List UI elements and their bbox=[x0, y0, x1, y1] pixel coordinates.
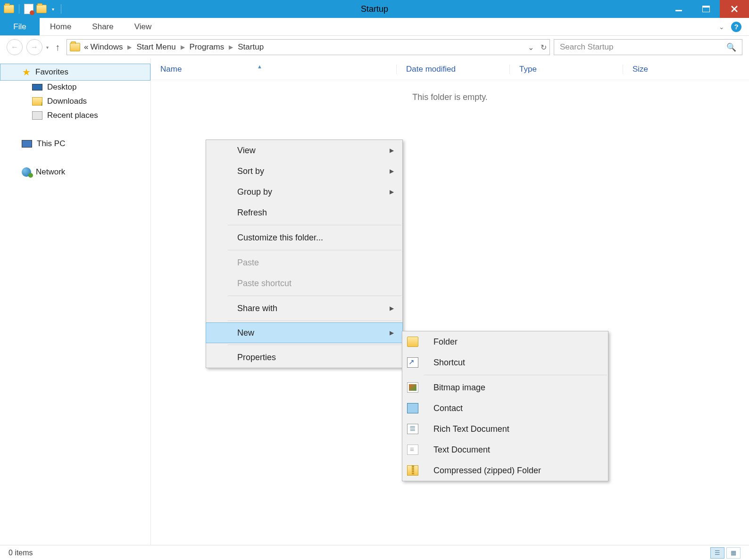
separator bbox=[19, 4, 19, 14]
breadcrumb-part[interactable]: Start Menu bbox=[135, 42, 176, 52]
view-thumbnails-button[interactable]: ▦ bbox=[726, 547, 741, 559]
breadcrumb-part[interactable]: Windows bbox=[89, 42, 124, 52]
menu-item[interactable]: Share with▶ bbox=[206, 298, 402, 319]
network-icon bbox=[22, 167, 31, 177]
menu-separator bbox=[228, 225, 401, 225]
sidebar-item-network[interactable]: Network bbox=[0, 165, 150, 179]
address-dropdown-icon[interactable]: ⌄ bbox=[528, 43, 534, 52]
menu-item[interactable]: Contact bbox=[402, 398, 608, 419]
address-folder-icon bbox=[70, 43, 80, 51]
forward-button[interactable]: → bbox=[26, 39, 42, 55]
column-headers: Name ▲ Date modified Type Size bbox=[151, 58, 749, 80]
column-date[interactable]: Date modified bbox=[396, 65, 509, 74]
tab-share[interactable]: Share bbox=[82, 18, 124, 35]
menu-item-label: Share with bbox=[237, 304, 277, 313]
column-name[interactable]: Name ▲ bbox=[151, 65, 396, 74]
menu-item[interactable]: View▶ bbox=[206, 140, 402, 161]
downloads-icon bbox=[32, 97, 42, 106]
submenu-arrow-icon: ▶ bbox=[390, 305, 394, 312]
menu-item[interactable]: Rich Text Document bbox=[402, 419, 608, 439]
close-button[interactable] bbox=[720, 0, 749, 18]
menu-item-label: Folder bbox=[433, 337, 458, 347]
recent-icon bbox=[32, 111, 42, 120]
menu-separator bbox=[228, 321, 401, 321]
chevron-right-icon[interactable]: ▶ bbox=[177, 44, 189, 50]
minimize-button[interactable] bbox=[665, 0, 692, 18]
menu-item-label: Text Document bbox=[433, 445, 490, 455]
menu-item-label: Bitmap image bbox=[433, 383, 485, 393]
sidebar-label: Favorites bbox=[35, 67, 68, 77]
search-placeholder: Search Startup bbox=[560, 42, 613, 52]
svg-rect-2 bbox=[702, 6, 710, 8]
menu-item-label: Refresh bbox=[237, 208, 267, 218]
submenu-arrow-icon: ▶ bbox=[390, 189, 394, 195]
menu-item-label: Compressed (zipped) Folder bbox=[433, 466, 541, 476]
menu-item[interactable]: Bitmap image bbox=[402, 377, 608, 398]
qat-dropdown-icon[interactable]: ▾ bbox=[50, 7, 56, 12]
up-button[interactable]: ↑ bbox=[52, 42, 63, 53]
view-details-button[interactable]: ☰ bbox=[710, 547, 724, 559]
menu-item-label: View bbox=[237, 146, 256, 156]
menu-item[interactable]: Group by▶ bbox=[206, 181, 402, 202]
menu-item[interactable]: Properties bbox=[206, 347, 402, 368]
ribbon-expand-icon[interactable]: ⌄ bbox=[719, 23, 724, 31]
address-bar[interactable]: « Windows ▶ Start Menu ▶ Programs ▶ Star… bbox=[67, 39, 550, 55]
menu-separator bbox=[228, 250, 401, 250]
sidebar-label: Downloads bbox=[47, 97, 87, 106]
zip-icon bbox=[407, 465, 418, 476]
window-title: Startup bbox=[361, 4, 388, 14]
svg-rect-0 bbox=[675, 10, 682, 11]
menu-item[interactable]: New▶ bbox=[206, 322, 403, 343]
menu-item[interactable]: Customize this folder... bbox=[206, 227, 402, 248]
tab-view[interactable]: View bbox=[124, 18, 162, 35]
menu-item[interactable]: Sort by▶ bbox=[206, 161, 402, 181]
navigation-row: ← → ▾ ↑ « Windows ▶ Start Menu ▶ Program… bbox=[0, 36, 749, 58]
menu-item-label: Customize this folder... bbox=[237, 233, 323, 243]
rtf-icon bbox=[407, 424, 418, 434]
sidebar-label: Desktop bbox=[47, 82, 76, 92]
sidebar-label: Recent places bbox=[47, 111, 98, 120]
menu-separator bbox=[228, 345, 401, 345]
breadcrumb-part[interactable]: Startup bbox=[237, 42, 265, 52]
sidebar-item-desktop[interactable]: Desktop bbox=[0, 80, 150, 94]
breadcrumb-overflow[interactable]: « bbox=[83, 42, 89, 52]
qat-newfolder-icon[interactable] bbox=[36, 5, 47, 13]
new-submenu: FolderShortcutBitmap imageContactRich Te… bbox=[402, 331, 608, 481]
menu-item[interactable]: Compressed (zipped) Folder bbox=[402, 460, 608, 481]
qat-properties-icon[interactable] bbox=[24, 4, 33, 14]
refresh-icon[interactable]: ↻ bbox=[541, 43, 547, 52]
menu-separator bbox=[228, 296, 401, 296]
menu-item[interactable]: Refresh bbox=[206, 202, 402, 223]
column-type[interactable]: Type bbox=[509, 65, 623, 74]
menu-item-label: Shortcut bbox=[433, 358, 465, 368]
maximize-button[interactable] bbox=[692, 0, 720, 18]
menu-item[interactable]: Folder bbox=[402, 331, 608, 352]
sidebar-item-thispc[interactable]: This PC bbox=[0, 137, 150, 151]
chevron-right-icon[interactable]: ▶ bbox=[124, 44, 135, 50]
breadcrumb-part[interactable]: Programs bbox=[189, 42, 225, 52]
sidebar-item-recent[interactable]: Recent places bbox=[0, 108, 150, 123]
chevron-right-icon[interactable]: ▶ bbox=[225, 44, 237, 50]
column-size[interactable]: Size bbox=[623, 65, 693, 74]
menu-item-label: New bbox=[237, 328, 254, 338]
sidebar-item-downloads[interactable]: Downloads bbox=[0, 94, 150, 108]
search-box[interactable]: Search Startup 🔍 bbox=[554, 39, 742, 55]
title-bar: ▾ Startup bbox=[0, 0, 749, 18]
menu-item[interactable]: Text Document bbox=[402, 439, 608, 460]
history-dropdown-icon[interactable]: ▾ bbox=[46, 45, 49, 50]
menu-item-label: Sort by bbox=[237, 166, 264, 176]
tab-home[interactable]: Home bbox=[40, 18, 82, 35]
sidebar-favorites[interactable]: ★ Favorites bbox=[0, 64, 150, 81]
folder-icon bbox=[407, 337, 418, 347]
menu-item-label: Group by bbox=[237, 187, 272, 197]
back-button[interactable]: ← bbox=[7, 39, 23, 55]
search-icon: 🔍 bbox=[726, 42, 736, 52]
menu-item-label: Contact bbox=[433, 404, 463, 413]
help-icon[interactable]: ? bbox=[731, 22, 741, 32]
desktop-icon bbox=[32, 84, 42, 91]
menu-item[interactable]: Shortcut bbox=[402, 352, 608, 373]
file-tab[interactable]: File bbox=[0, 18, 40, 35]
status-item-count: 0 items bbox=[8, 549, 33, 557]
shortcut-icon bbox=[407, 357, 418, 368]
menu-separator bbox=[424, 375, 607, 375]
